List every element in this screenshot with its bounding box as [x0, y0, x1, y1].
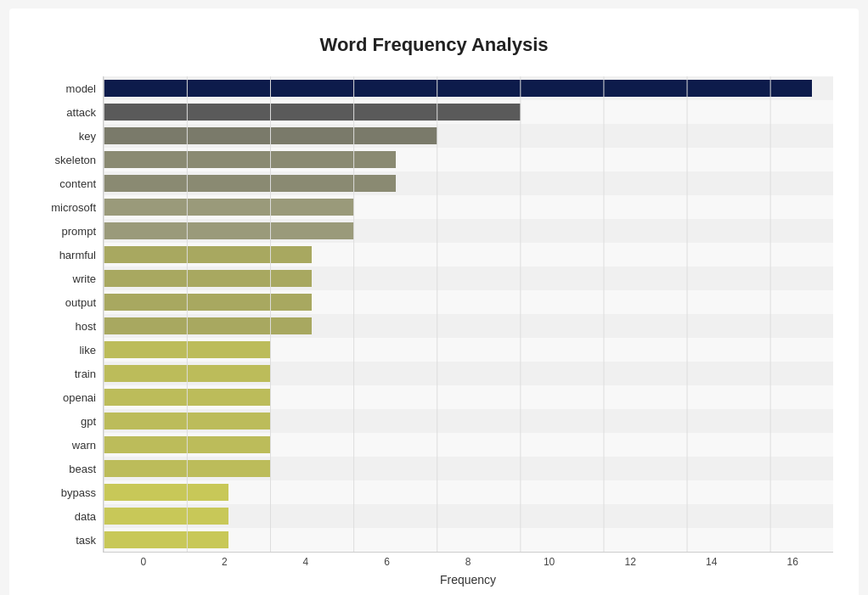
y-label: warn: [72, 433, 96, 457]
bar: [104, 531, 228, 548]
bar-row: [104, 195, 833, 219]
x-tick: 10: [509, 556, 590, 568]
bars-and-x: 0246810121416 Frequency: [103, 76, 833, 587]
bar-row: [104, 314, 833, 338]
y-label: output: [65, 290, 96, 314]
bar: [104, 246, 312, 263]
chart-title: Word Frequency Analysis: [35, 34, 833, 56]
bar-row: [104, 243, 833, 267]
bar: [104, 294, 312, 311]
bar: [104, 317, 312, 334]
bar-row: [104, 433, 833, 457]
y-label: task: [76, 528, 96, 552]
bar: [104, 270, 312, 287]
bar: [104, 175, 396, 192]
bar: [104, 460, 270, 477]
bar: [104, 413, 270, 429]
y-label: bypass: [61, 480, 96, 504]
y-label: key: [79, 124, 96, 148]
y-label: openai: [63, 385, 96, 409]
bar-row: [104, 267, 833, 290]
bar: [104, 222, 354, 239]
bar-row: [104, 148, 833, 171]
y-label: model: [66, 76, 96, 100]
x-tick: 2: [184, 556, 266, 568]
x-tick: 16: [752, 556, 834, 568]
chart-container: Word Frequency Analysis modelattackkeysk…: [9, 8, 859, 595]
x-tick: 0: [103, 556, 184, 568]
y-label: data: [75, 504, 96, 528]
y-label: write: [73, 267, 96, 290]
bar: [104, 365, 270, 382]
bar: [104, 484, 228, 501]
bar: [104, 80, 812, 97]
y-label: gpt: [81, 409, 96, 433]
bar-row: [104, 124, 833, 148]
bar: [104, 127, 437, 144]
bar: [104, 341, 270, 358]
x-tick: 12: [589, 556, 671, 568]
bar-row: [104, 362, 833, 385]
bar-row: [104, 100, 833, 124]
bar-row: [104, 409, 833, 433]
bar: [104, 104, 521, 121]
y-label: like: [79, 338, 96, 362]
x-axis-label: Frequency: [103, 573, 833, 587]
bar-row: [104, 385, 833, 409]
x-tick: 14: [671, 556, 752, 568]
bar-row: [104, 338, 833, 362]
y-label: host: [75, 314, 96, 338]
bar-row: [104, 171, 833, 195]
bar-row: [104, 219, 833, 243]
x-tick: 4: [265, 556, 347, 568]
bar: [104, 389, 270, 406]
x-tick: 6: [347, 556, 428, 568]
x-axis: 0246810121416 Frequency: [103, 556, 833, 587]
y-label: prompt: [62, 219, 96, 243]
x-tick: 8: [427, 556, 509, 568]
bar-row: [104, 528, 833, 552]
y-label: train: [75, 362, 96, 385]
bar: [104, 508, 228, 525]
bar-row: [104, 76, 833, 100]
bar: [104, 151, 396, 168]
y-label: harmful: [59, 243, 96, 267]
chart-area: modelattackkeyskeletoncontentmicrosoftpr…: [35, 76, 833, 587]
bar-row: [104, 504, 833, 528]
y-label: microsoft: [51, 195, 96, 219]
bar-row: [104, 457, 833, 480]
bar: [104, 199, 354, 216]
y-label: content: [59, 171, 96, 195]
y-label: beast: [69, 457, 96, 480]
bar-row: [104, 480, 833, 504]
bars-section: [103, 76, 833, 553]
y-label: attack: [66, 100, 96, 124]
x-ticks: 0246810121416: [103, 556, 833, 568]
bar: [104, 436, 270, 453]
y-axis: modelattackkeyskeletoncontentmicrosoftpr…: [35, 76, 103, 587]
bar-row: [104, 290, 833, 314]
y-label: skeleton: [55, 148, 96, 171]
